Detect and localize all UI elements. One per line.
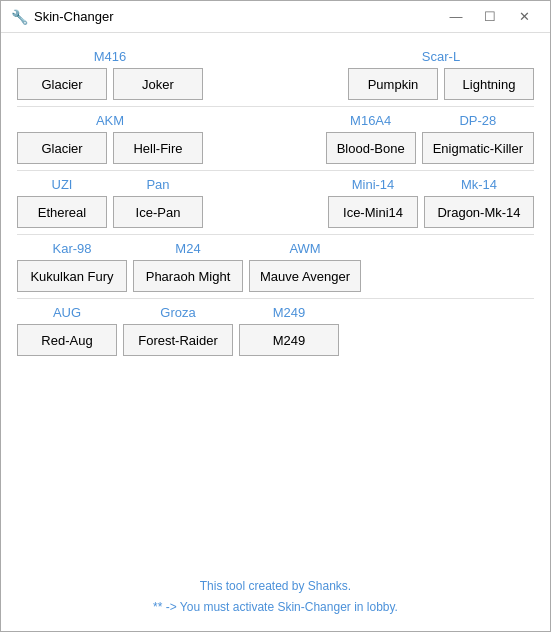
- btn-joker[interactable]: Joker: [113, 68, 203, 100]
- btns-mk14: Dragon-Mk-14: [424, 196, 534, 228]
- btns-aug: Red-Aug: [17, 324, 117, 356]
- group-akm: AKM Glacier Hell-Fire: [17, 113, 203, 164]
- group-scar-l: Scar-L Pumpkin Lightning: [348, 49, 534, 100]
- btn-icemini14[interactable]: Ice-Mini14: [328, 196, 418, 228]
- label-m416: M416: [94, 49, 127, 64]
- main-content: M416 Glacier Joker Scar-L Pumpkin Lightn…: [1, 33, 550, 568]
- group-m16a4: M16A4 Blood-Bone: [326, 113, 416, 164]
- btns-uzi: Ethereal: [17, 196, 107, 228]
- footer-line2: ** -> You must activate Skin-Changer in …: [17, 597, 534, 619]
- window-title: Skin-Changer: [34, 9, 440, 24]
- group-m249: M249 M249: [239, 305, 339, 356]
- group-kar98: Kar-98 Kukulkan Fury: [17, 241, 127, 292]
- btn-glacier-akm[interactable]: Glacier: [17, 132, 107, 164]
- btns-dp28: Enigmatic-Killer: [422, 132, 534, 164]
- group-awm: AWM Mauve Avenger: [249, 241, 361, 292]
- label-uzi: UZI: [52, 177, 73, 192]
- btns-akm: Glacier Hell-Fire: [17, 132, 203, 164]
- footer-line1: This tool created by Shanks.: [17, 576, 534, 598]
- btns-m249: M249: [239, 324, 339, 356]
- group-mk14: Mk-14 Dragon-Mk-14: [424, 177, 534, 228]
- group-m24: M24 Pharaoh Might: [133, 241, 243, 292]
- footer: This tool created by Shanks. ** -> You m…: [1, 568, 550, 631]
- row-1: M416 Glacier Joker Scar-L Pumpkin Lightn…: [17, 43, 534, 107]
- btn-mauveavenger[interactable]: Mauve Avenger: [249, 260, 361, 292]
- window-controls: — ☐ ✕: [440, 7, 540, 27]
- group-aug: AUG Red-Aug: [17, 305, 117, 356]
- label-groza: Groza: [160, 305, 195, 320]
- label-m16a4: M16A4: [350, 113, 391, 128]
- btns-m24: Pharaoh Might: [133, 260, 243, 292]
- label-aug: AUG: [53, 305, 81, 320]
- close-button[interactable]: ✕: [508, 7, 540, 27]
- row-3: UZI Ethereal Pan Ice-Pan Mini-14 Ice-Min…: [17, 171, 534, 235]
- app-icon: 🔧: [11, 9, 28, 25]
- group-m416: M416 Glacier Joker: [17, 49, 203, 100]
- btn-icepan[interactable]: Ice-Pan: [113, 196, 203, 228]
- btns-scar-l: Pumpkin Lightning: [348, 68, 534, 100]
- btns-mini14: Ice-Mini14: [328, 196, 418, 228]
- label-akm: AKM: [96, 113, 124, 128]
- btns-kar98: Kukulkan Fury: [17, 260, 127, 292]
- btn-bloodbone[interactable]: Blood-Bone: [326, 132, 416, 164]
- btn-ethereal[interactable]: Ethereal: [17, 196, 107, 228]
- btn-forestraider[interactable]: Forest-Raider: [123, 324, 233, 356]
- row-4: Kar-98 Kukulkan Fury M24 Pharaoh Might A…: [17, 235, 534, 299]
- group-pan: Pan Ice-Pan: [113, 177, 203, 228]
- btn-glacier-m416[interactable]: Glacier: [17, 68, 107, 100]
- btns-m416: Glacier Joker: [17, 68, 203, 100]
- btns-pan: Ice-Pan: [113, 196, 203, 228]
- label-scar-l: Scar-L: [422, 49, 460, 64]
- app-window: 🔧 Skin-Changer — ☐ ✕ M416 Glacier Joker …: [0, 0, 551, 632]
- btn-redaug[interactable]: Red-Aug: [17, 324, 117, 356]
- btn-lightning[interactable]: Lightning: [444, 68, 534, 100]
- label-awm: AWM: [289, 241, 320, 256]
- label-dp28: DP-28: [459, 113, 496, 128]
- group-groza: Groza Forest-Raider: [123, 305, 233, 356]
- btn-pumpkin[interactable]: Pumpkin: [348, 68, 438, 100]
- btns-awm: Mauve Avenger: [249, 260, 361, 292]
- btn-dragonmk14[interactable]: Dragon-Mk-14: [424, 196, 534, 228]
- btns-m16a4: Blood-Bone: [326, 132, 416, 164]
- label-kar98: Kar-98: [52, 241, 91, 256]
- btn-kukulkan[interactable]: Kukulkan Fury: [17, 260, 127, 292]
- btn-hellfire[interactable]: Hell-Fire: [113, 132, 203, 164]
- label-mk14: Mk-14: [461, 177, 497, 192]
- group-mini14: Mini-14 Ice-Mini14: [328, 177, 418, 228]
- minimize-button[interactable]: —: [440, 7, 472, 27]
- row-2: AKM Glacier Hell-Fire M16A4 Blood-Bone D…: [17, 107, 534, 171]
- group-uzi: UZI Ethereal: [17, 177, 107, 228]
- maximize-button[interactable]: ☐: [474, 7, 506, 27]
- btns-groza: Forest-Raider: [123, 324, 233, 356]
- btn-m249[interactable]: M249: [239, 324, 339, 356]
- btn-enigmatickiller[interactable]: Enigmatic-Killer: [422, 132, 534, 164]
- row-5: AUG Red-Aug Groza Forest-Raider M249 M24…: [17, 299, 534, 362]
- label-m24: M24: [175, 241, 200, 256]
- label-m249: M249: [273, 305, 306, 320]
- titlebar: 🔧 Skin-Changer — ☐ ✕: [1, 1, 550, 33]
- label-pan: Pan: [146, 177, 169, 192]
- group-dp28: DP-28 Enigmatic-Killer: [422, 113, 534, 164]
- label-mini14: Mini-14: [352, 177, 395, 192]
- btn-pharaoh[interactable]: Pharaoh Might: [133, 260, 243, 292]
